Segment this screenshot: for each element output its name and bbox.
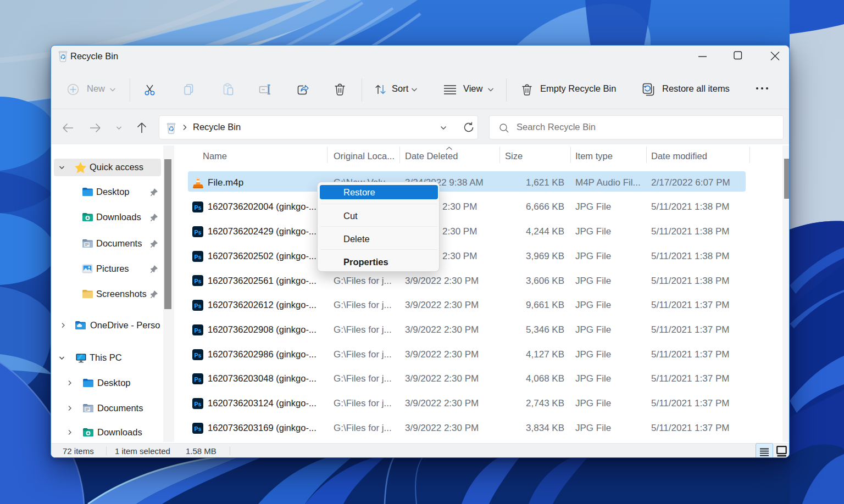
svg-text:Ps: Ps — [195, 303, 202, 309]
svg-text:Ps: Ps — [195, 400, 202, 407]
svg-text:Ps: Ps — [195, 327, 202, 333]
svg-text:Ps: Ps — [195, 278, 202, 284]
svg-text:Ps: Ps — [195, 204, 202, 211]
svg-text:Ps: Ps — [195, 376, 202, 383]
svg-text:Ps: Ps — [195, 229, 202, 236]
svg-text:Ps: Ps — [195, 351, 202, 358]
svg-text:Ps: Ps — [195, 425, 202, 432]
svg-text:Ps: Ps — [195, 253, 202, 260]
